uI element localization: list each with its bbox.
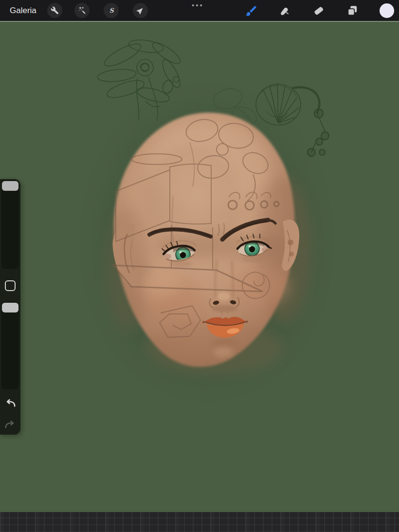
brush-size-slider-handle[interactable] [2,181,18,191]
smudge-tool-button[interactable] [278,4,291,18]
smudge-icon [278,4,291,17]
undo-button[interactable] [4,397,17,410]
canvas-surface[interactable] [0,21,399,512]
selections-button[interactable]: S [104,3,119,18]
top-toolbar: Galeria [0,0,399,21]
transform-arrow-icon [136,6,145,15]
opacity-slider[interactable] [1,302,19,389]
paintbrush-icon [245,4,258,18]
adjustments-button[interactable] [74,3,90,18]
modify-button[interactable] [5,280,16,291]
gallery-label: Galeria [10,6,36,16]
redo-arrow-icon [4,419,17,431]
layers-button[interactable] [345,4,359,18]
layers-icon [346,4,359,17]
gallery-button[interactable]: Galeria [10,0,36,21]
wrench-icon [51,6,59,15]
redo-button[interactable] [4,419,17,431]
artwork-painting [0,21,399,512]
paint-tool-button[interactable] [244,4,258,18]
outside-canvas-area [0,512,399,532]
actions-button[interactable] [47,3,62,18]
opacity-slider-handle[interactable] [2,303,18,312]
erase-tool-button[interactable] [312,4,326,18]
eraser-icon [312,4,325,17]
canvas-menu-dots[interactable]: ••• [192,1,204,9]
left-sidebar [0,179,20,435]
painted-head [99,102,315,383]
magic-wand-icon [78,6,87,15]
svg-text:S: S [109,7,114,14]
undo-arrow-icon [4,397,17,410]
selection-s-icon: S [107,6,116,15]
procreate-window: Galeria [0,0,399,532]
color-swatch-circle[interactable] [380,3,394,18]
brush-size-slider[interactable] [1,180,19,269]
transform-button[interactable] [133,3,148,18]
